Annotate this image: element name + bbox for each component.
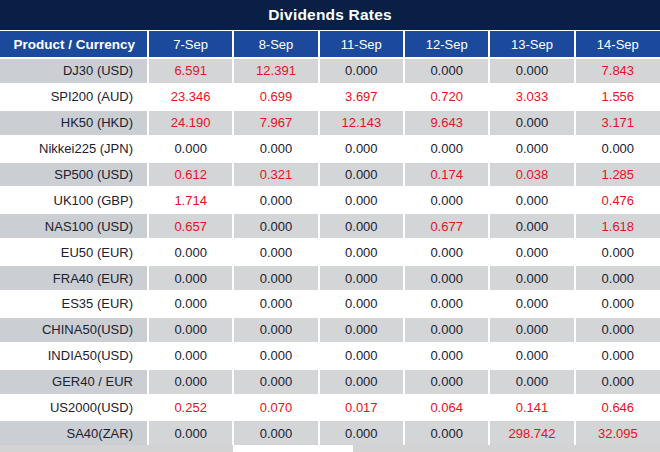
title-bar: Dividends Rates	[0, 0, 660, 31]
dividends-rates-panel: Dividends Rates Product / Currency 7-Sep…	[0, 0, 660, 452]
table-row: NAS100 (USD)0.6570.0000.0000.6770.0001.6…	[0, 213, 660, 239]
product-cell: FRA40 (EUR)	[0, 265, 148, 291]
value-cell: 0.000	[148, 420, 233, 445]
table-row: EU50 (EUR)0.0000.0000.0000.0000.0000.000	[0, 239, 660, 265]
column-header-date: 7-Sep	[148, 31, 233, 58]
value-cell: 1.556	[575, 84, 660, 110]
value-cell: 0.000	[233, 239, 318, 265]
value-cell: 0.000	[148, 343, 233, 369]
value-cell: 7.843	[575, 58, 660, 84]
value-cell: 0.000	[489, 369, 574, 395]
value-cell: 0.000	[233, 187, 318, 213]
footer-notch	[233, 445, 353, 452]
value-cell: 0.017	[319, 395, 404, 421]
value-cell: 0.000	[575, 136, 660, 162]
value-cell: 0.000	[489, 110, 574, 136]
value-cell: 0.000	[489, 58, 574, 84]
value-cell: 0.000	[489, 265, 574, 291]
value-cell: 0.000	[404, 420, 489, 445]
table-row: SP500 (USD)0.6120.3210.0000.1740.0381.28…	[0, 162, 660, 188]
value-cell: 0.000	[404, 369, 489, 395]
value-cell: 0.000	[489, 317, 574, 343]
product-cell: EU50 (EUR)	[0, 239, 148, 265]
product-cell: SPI200 (AUD)	[0, 84, 148, 110]
value-cell: 7.967	[233, 110, 318, 136]
table-row: DJ30 (USD)6.59112.3910.0000.0000.0007.84…	[0, 58, 660, 84]
value-cell: 1.714	[148, 187, 233, 213]
value-cell: 0.000	[148, 291, 233, 317]
table-row: ES35 (EUR)0.0000.0000.0000.0000.0000.000	[0, 291, 660, 317]
value-cell: 0.000	[575, 265, 660, 291]
value-cell: 298.742	[489, 420, 574, 445]
table-row: HK50 (HKD)24.1907.96712.1439.6430.0003.1…	[0, 110, 660, 136]
column-header-product: Product / Currency	[0, 31, 148, 58]
product-cell: Nikkei225 (JPN)	[0, 136, 148, 162]
value-cell: 0.612	[148, 162, 233, 188]
product-cell: NAS100 (USD)	[0, 213, 148, 239]
value-cell: 0.000	[489, 136, 574, 162]
value-cell: 0.000	[575, 239, 660, 265]
value-cell: 0.000	[233, 317, 318, 343]
value-cell: 0.000	[404, 136, 489, 162]
table-row: UK100 (GBP)1.7140.0000.0000.0000.0000.47…	[0, 187, 660, 213]
value-cell: 0.000	[404, 317, 489, 343]
value-cell: 1.618	[575, 213, 660, 239]
value-cell: 0.000	[233, 291, 318, 317]
table-row: US2000(USD)0.2520.0700.0170.0640.1410.64…	[0, 395, 660, 421]
value-cell: 0.000	[319, 58, 404, 84]
value-cell: 0.000	[319, 420, 404, 445]
value-cell: 0.000	[319, 317, 404, 343]
value-cell: 32.095	[575, 420, 660, 445]
value-cell: 0.000	[319, 265, 404, 291]
value-cell: 0.000	[319, 343, 404, 369]
value-cell: 6.591	[148, 58, 233, 84]
table-row: SPI200 (AUD)23.3460.6993.6970.7203.0331.…	[0, 84, 660, 110]
value-cell: 0.000	[404, 265, 489, 291]
value-cell: 0.677	[404, 213, 489, 239]
value-cell: 0.174	[404, 162, 489, 188]
value-cell: 0.000	[489, 291, 574, 317]
value-cell: 0.000	[233, 420, 318, 445]
product-cell: US2000(USD)	[0, 395, 148, 421]
product-cell: GER40 / EUR	[0, 369, 148, 395]
dividends-table: Product / Currency 7-Sep8-Sep11-Sep12-Se…	[0, 31, 660, 445]
value-cell: 0.038	[489, 162, 574, 188]
value-cell: 24.190	[148, 110, 233, 136]
column-header-date: 11-Sep	[319, 31, 404, 58]
value-cell: 0.000	[148, 369, 233, 395]
product-cell: DJ30 (USD)	[0, 58, 148, 84]
value-cell: 0.000	[489, 187, 574, 213]
value-cell: 0.699	[233, 84, 318, 110]
value-cell: 0.000	[233, 136, 318, 162]
value-cell: 1.285	[575, 162, 660, 188]
value-cell: 0.000	[404, 343, 489, 369]
value-cell: 0.000	[148, 136, 233, 162]
product-cell: UK100 (GBP)	[0, 187, 148, 213]
value-cell: 0.000	[319, 136, 404, 162]
table-row: GER40 / EUR0.0000.0000.0000.0000.0000.00…	[0, 369, 660, 395]
value-cell: 0.000	[233, 265, 318, 291]
value-cell: 0.141	[489, 395, 574, 421]
value-cell: 0.000	[233, 343, 318, 369]
column-header-date: 12-Sep	[404, 31, 489, 58]
value-cell: 0.000	[319, 291, 404, 317]
table-row: Nikkei225 (JPN)0.0000.0000.0000.0000.000…	[0, 136, 660, 162]
product-cell: ES35 (EUR)	[0, 291, 148, 317]
table-row: INDIA50(USD)0.0000.0000.0000.0000.0000.0…	[0, 343, 660, 369]
value-cell: 0.252	[148, 395, 233, 421]
product-cell: SP500 (USD)	[0, 162, 148, 188]
value-cell: 12.391	[233, 58, 318, 84]
value-cell: 0.000	[575, 343, 660, 369]
value-cell: 0.000	[148, 265, 233, 291]
value-cell: 0.000	[319, 187, 404, 213]
value-cell: 3.697	[319, 84, 404, 110]
value-cell: 0.000	[319, 213, 404, 239]
value-cell: 0.000	[404, 239, 489, 265]
value-cell: 0.000	[489, 213, 574, 239]
value-cell: 0.000	[404, 187, 489, 213]
value-cell: 12.143	[319, 110, 404, 136]
value-cell: 0.476	[575, 187, 660, 213]
column-header-date: 14-Sep	[575, 31, 660, 58]
value-cell: 0.000	[233, 213, 318, 239]
value-cell: 0.000	[148, 239, 233, 265]
